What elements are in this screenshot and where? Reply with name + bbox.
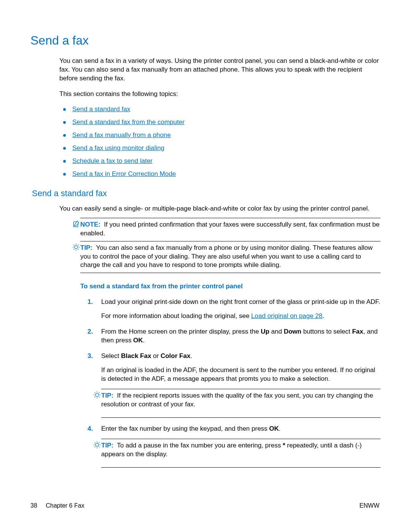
footer-right: ENWW <box>360 502 379 509</box>
step-text: From the Home screen on the printer disp… <box>101 328 381 345</box>
topic-link[interactable]: Send a fax in Error Correction Mode <box>72 170 176 177</box>
tip-icon <box>93 441 101 449</box>
tip-icon <box>72 243 80 251</box>
topic-link[interactable]: Send a fax using monitor dialing <box>72 144 164 152</box>
step-4: 4. Enter the fax number by using the key… <box>88 425 381 468</box>
section-body: You can easily send a single- or multipl… <box>59 204 381 468</box>
tip-label: TIP: <box>101 442 113 449</box>
tip-callout: TIP: If the recipient reports issues wit… <box>101 389 381 418</box>
topic-link[interactable]: Send a fax manually from a phone <box>72 131 171 139</box>
topic-link[interactable]: Send a standard fax <box>72 105 130 113</box>
note-callout: NOTE: If you need printed confirmation t… <box>80 218 381 241</box>
procedure-heading: To send a standard fax from the printer … <box>80 282 381 291</box>
step-text: Select Black Fax or Color Fax. <box>101 352 381 361</box>
step-text: If an original is loaded in the ADF, the… <box>101 366 381 383</box>
procedure-steps: 1. Load your original print-side down on… <box>88 298 381 467</box>
topic-link[interactable]: Schedule a fax to send later <box>72 157 153 165</box>
page-title: Send a fax <box>30 34 381 48</box>
step-text: For more information about loading the o… <box>101 312 381 321</box>
intro-paragraph-2: This section contains the following topi… <box>59 90 381 99</box>
intro-paragraph-1: You can send a fax in a variety of ways.… <box>59 57 381 83</box>
inline-link[interactable]: Load original on page 28 <box>251 312 322 320</box>
footer-left: 38 Chapter 6 Fax <box>30 502 84 509</box>
tip-label: TIP: <box>101 392 113 399</box>
step-3: 3. Select Black Fax or Color Fax. If an … <box>88 352 381 418</box>
page-number: 38 <box>30 502 37 509</box>
body-paragraph: You can easily send a single- or multipl… <box>59 204 381 213</box>
tip-text: You can also send a fax manually from a … <box>80 244 373 269</box>
step-2: 2. From the Home screen on the printer d… <box>88 328 381 345</box>
step-1: 1. Load your original print-side down on… <box>88 298 381 321</box>
tip-icon <box>93 391 101 399</box>
list-item: Send a standard fax <box>72 105 381 113</box>
tip-text: To add a pause in the fax number you are… <box>101 442 362 458</box>
list-item: Schedule a fax to send later <box>72 157 381 165</box>
note-text: If you need printed confirmation that yo… <box>80 221 379 237</box>
step-text: Enter the fax number by using the keypad… <box>101 425 381 433</box>
tip-callout: TIP: You can also send a fax manually fr… <box>80 241 381 273</box>
chapter-label: Chapter 6 Fax <box>46 502 84 509</box>
list-item: Send a standard fax from the computer <box>72 118 381 126</box>
list-item: Send a fax manually from a phone <box>72 131 381 139</box>
step-number: 4. <box>88 425 93 433</box>
list-item: Send a fax in Error Correction Mode <box>72 170 381 178</box>
step-number: 2. <box>88 328 93 336</box>
tip-label: TIP: <box>80 244 92 251</box>
step-number: 3. <box>88 352 93 361</box>
topic-link[interactable]: Send a standard fax from the computer <box>72 118 185 126</box>
topic-list: Send a standard fax Send a standard fax … <box>72 105 381 178</box>
step-text: Load your original print-side down on th… <box>101 298 381 307</box>
section-title: Send a standard fax <box>32 189 381 198</box>
note-icon <box>72 220 80 228</box>
tip-text: If the recipient reports issues with the… <box>101 392 373 408</box>
list-item: Send a fax using monitor dialing <box>72 144 381 152</box>
step-number: 1. <box>88 298 93 307</box>
intro-block: You can send a fax in a variety of ways.… <box>59 57 381 99</box>
tip-callout: TIP: To add a pause in the fax number yo… <box>101 439 381 468</box>
page-footer: 38 Chapter 6 Fax ENWW <box>30 502 379 509</box>
note-label: NOTE: <box>80 221 100 228</box>
